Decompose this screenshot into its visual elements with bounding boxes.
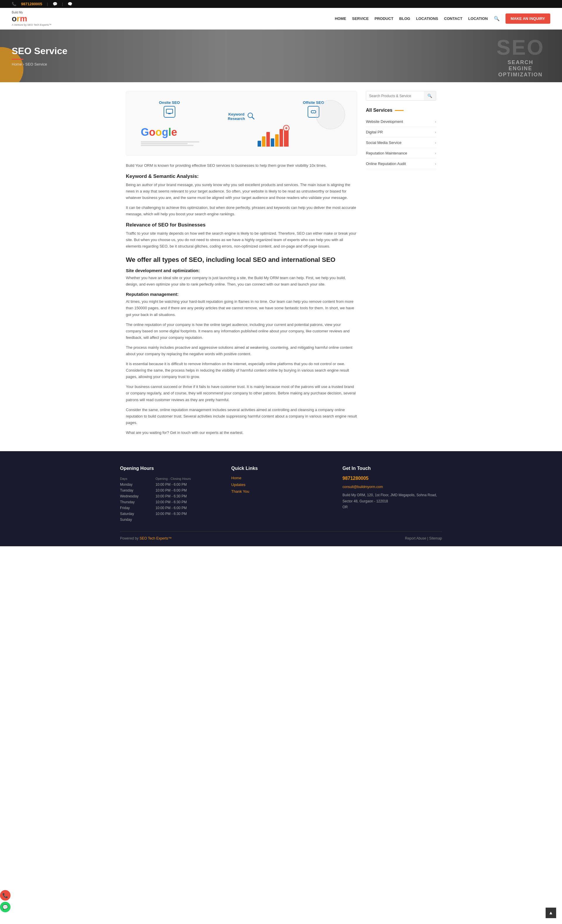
svg-line-4 (252, 117, 254, 119)
hours-friday: 10:00 PM - 6:00 PM (155, 505, 219, 511)
breadcrumb-home[interactable]: Home (12, 62, 22, 66)
nav-location[interactable]: LOCATION (468, 16, 488, 21)
seo-diagram: Onsite SEO KeywordResearch (132, 97, 351, 150)
nav-product[interactable]: PRODUCT (375, 16, 394, 21)
service-name-2: Social Media Service (366, 141, 401, 145)
search-button[interactable]: 🔍 (424, 91, 436, 100)
main-container: Onsite SEO KeywordResearch (120, 91, 442, 440)
section2-p1: Traffic to your site mainly depends on h… (126, 230, 357, 250)
footer-contact: Get In Touch 9871280005 consult@buildmyo… (343, 466, 442, 523)
section3-sub1: Site development and optimization: (126, 268, 357, 273)
section3-p3: The online reputation of your company is… (126, 321, 357, 341)
day-friday: Friday (120, 505, 155, 511)
hours-monday: 10:00 PM - 6:00 PM (155, 482, 219, 488)
google-logo: Google (141, 126, 199, 138)
footer-contact-title: Get In Touch (343, 466, 442, 471)
footer-link-thankyou[interactable]: Thank You (231, 489, 331, 494)
service-item-2[interactable]: Social Media Service › (366, 138, 436, 148)
hero-title: SEO Service (12, 46, 67, 57)
service-name-0: Website Development (366, 119, 403, 124)
section1-p2: It can be challenging to achieve this op… (126, 204, 357, 218)
sidebar: 🔍 All Services Website Development › Dig… (366, 91, 436, 440)
logo[interactable]: Build My orm A Venture by SEO Tech Exper… (12, 11, 51, 26)
arrow-icon-2: › (435, 141, 436, 145)
inquiry-button[interactable]: Make An Inquiry (505, 14, 550, 24)
service-name-4: Online Reputation Audit (366, 162, 406, 166)
whatsapp-icon: 💬 (53, 2, 57, 6)
search-icon[interactable]: 🔍 (494, 16, 500, 21)
table-col-days: Days (120, 476, 155, 482)
arrow-icon-4: › (435, 162, 436, 166)
section3-p8: What are you waiting for? Get in touch w… (126, 429, 357, 436)
footer-powered-link[interactable]: SEO Tech Experts™ (140, 536, 172, 540)
footer-email: consult@buildmyorm.com (343, 484, 442, 490)
footer-email-link[interactable]: consult@buildmyorm.com (343, 485, 383, 489)
table-row: Thursday 10:00 PM - 6:30 PM (120, 499, 219, 505)
hours-thursday: 10:00 PM - 6:30 PM (155, 499, 219, 505)
seo-sub-line1: SEARCH (496, 59, 544, 66)
divider-1: | (47, 2, 48, 6)
content-area: Onsite SEO KeywordResearch (126, 91, 357, 440)
day-tuesday: Tuesday (120, 488, 155, 493)
service-item-1[interactable]: Digital PR › (366, 127, 436, 138)
nav-home[interactable]: HOME (335, 16, 346, 21)
topbar-phone[interactable]: 9871280005 (21, 2, 42, 6)
main-nav: HOME SERVICE PRODUCT BLOG LOCATIONS CONT… (335, 14, 550, 24)
section1-title: Keyword & Semantic Analysis: (126, 174, 357, 179)
day-thursday: Thursday (120, 499, 155, 505)
table-row: Tuesday 10:00 PM - 6:00 PM (120, 488, 219, 493)
section3-p1: Whether you have an ideal site or your c… (126, 275, 357, 288)
top-bar: 📞 9871280005 | 💬 | 🗨️ (0, 0, 562, 8)
section3-p6: Your business cannot succeed or thrive i… (126, 384, 357, 403)
chat-icon: 🗨️ (68, 2, 72, 6)
day-monday: Monday (120, 482, 155, 488)
footer-bottom: Powered by SEO Tech Experts™ Report Abus… (120, 531, 442, 540)
footer-link-updates[interactable]: Updates (231, 483, 331, 487)
service-name-1: Digital PR (366, 130, 383, 134)
service-item-3[interactable]: Reputation Maintenance › (366, 148, 436, 159)
nav-blog[interactable]: BLOG (399, 16, 410, 21)
header: Build My orm A Venture by SEO Tech Exper… (0, 8, 562, 30)
service-name-3: Reputation Maintenance (366, 151, 407, 155)
hours-table: Days Opening - Closing Hours Monday 10:0… (120, 476, 219, 523)
footer-link-home[interactable]: Home (231, 476, 331, 480)
footer-grid: Opening Hours Days Opening - Closing Hou… (120, 466, 442, 523)
footer-right-links[interactable]: Report Abuse | Sitemap (405, 536, 442, 540)
footer-quicklinks-title: Quick Links (231, 466, 331, 471)
hero-seo-decoration: SEO SEARCH ENGINE OPTIMIZATION (496, 35, 544, 78)
section2-title: Relevance of SEO for Businesses (126, 222, 357, 228)
footer-phone[interactable]: 9871280005 (343, 476, 442, 481)
seo-big-text: SEO (496, 35, 544, 59)
section3-p2: At times, you might be watching your har… (126, 298, 357, 318)
intro-text: Build Your ORM is known for providing ef… (126, 163, 357, 169)
section3-p5: It is essential because it is difficult … (126, 361, 357, 380)
section3-p4: The process mainly includes proactive an… (126, 344, 357, 357)
onsite-label: Onsite SEO (159, 100, 180, 105)
footer-or: OR (343, 504, 442, 510)
hours-tuesday: 10:00 PM - 6:00 PM (155, 488, 219, 493)
sidebar-all-services-title: All Services (366, 108, 436, 113)
section3-sub2: Reputation management: (126, 292, 357, 297)
keyword-label: KeywordResearch (228, 112, 245, 121)
service-list: Website Development › Digital PR › Socia… (366, 117, 436, 169)
service-item-4[interactable]: Online Reputation Audit › (366, 159, 436, 169)
table-row: Friday 10:00 PM - 6:00 PM (120, 505, 219, 511)
divider-2: | (62, 2, 63, 6)
table-row: Sunday (120, 517, 219, 523)
search-input[interactable] (366, 91, 424, 100)
hero-content: SEO Service Home › SEO Service (12, 46, 67, 66)
arrow-icon-1: › (435, 130, 436, 134)
nav-service[interactable]: SERVICE (352, 16, 369, 21)
magnifier-icon (247, 112, 255, 121)
breadcrumb: Home › SEO Service (12, 62, 67, 66)
hero-banner: SEO Service Home › SEO Service SEO SEARC… (0, 30, 562, 82)
table-col-hours: Opening - Closing Hours (155, 476, 219, 482)
service-item-0[interactable]: Website Development › (366, 117, 436, 127)
search-box[interactable]: 🔍 (366, 91, 436, 100)
footer-address: Build My ORM, 120, 1st Floor, JMD Megapo… (343, 492, 442, 504)
hero-line (12, 59, 23, 60)
nav-locations[interactable]: LOCATIONS (416, 16, 438, 21)
footer: Opening Hours Days Opening - Closing Hou… (0, 451, 562, 546)
nav-contact[interactable]: CONTACT (444, 16, 463, 21)
day-saturday: Saturday (120, 511, 155, 517)
